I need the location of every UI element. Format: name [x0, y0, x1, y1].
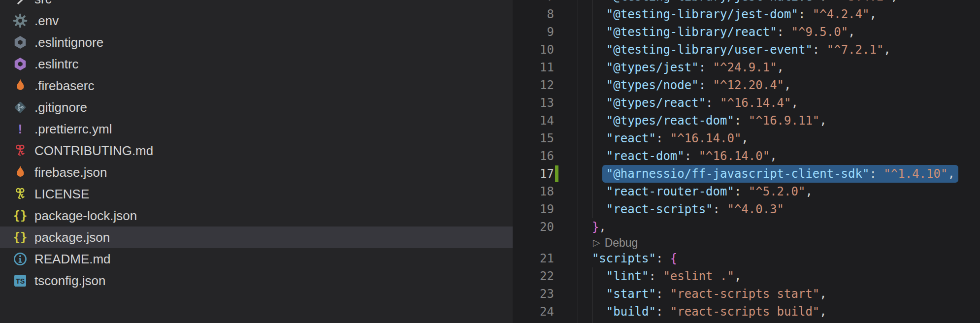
code-line-17[interactable]: 17 "@harnessio/ff-javascript-client-sdk"…: [513, 165, 980, 183]
play-icon: ▷: [593, 236, 600, 250]
sidebar-item-readme-md[interactable]: README.md: [0, 248, 513, 270]
code-line-13[interactable]: 13 "@types/react": "^16.14.4",: [513, 94, 980, 112]
explorer-sidebar: src.env.eslintignore.eslintrc.firebaserc…: [0, 0, 513, 323]
code-text: "scripts": {: [578, 250, 677, 267]
eslint-icon: [13, 57, 28, 71]
git-icon: [13, 100, 28, 115]
file-name: .gitignore: [34, 100, 87, 115]
line-number[interactable]: 11: [513, 59, 554, 76]
codelens-debug[interactable]: ▷ Debug: [593, 236, 638, 250]
gear-icon: [13, 13, 28, 28]
code-text: },: [578, 218, 606, 236]
sidebar-item-eslintignore[interactable]: .eslintignore: [0, 32, 513, 53]
sidebar-item-firebaserc[interactable]: .firebaserc: [0, 75, 513, 97]
code-text: "react-scripts": "^4.0.3": [578, 200, 784, 218]
code-text: "@testing-library/jest-native": "^3.4.2"…: [578, 0, 898, 5]
code-text: "@types/jest": "^24.9.1",: [578, 59, 784, 76]
code-line-18[interactable]: 18 "react-router-dom": "^5.2.0",: [513, 183, 980, 200]
code-line-16[interactable]: 16 "react-dom": "^16.14.0",: [513, 147, 980, 165]
license-icon: [13, 187, 28, 201]
sidebar-item-prettierrc-yml[interactable]: !.prettierrc.yml: [0, 118, 513, 140]
file-name: .eslintignore: [34, 35, 103, 50]
line-number[interactable]: 18: [513, 183, 554, 200]
code-text: "build": "react-scripts build",: [578, 303, 827, 321]
line-number[interactable]: 24: [513, 303, 554, 321]
line-number[interactable]: 19: [513, 200, 554, 218]
codelens-label: Debug: [605, 236, 638, 250]
code-text: "@testing-library/react": "^9.5.0",: [578, 23, 855, 41]
license-icon: [13, 143, 28, 158]
svg-text:{}: {}: [13, 209, 28, 223]
code-text: "@harnessio/ff-javascript-client-sdk": "…: [578, 165, 955, 183]
info-icon: [13, 252, 28, 266]
code-line-15[interactable]: 15 "react": "^16.14.0",: [513, 129, 980, 147]
code-text: "@types/react": "^16.14.4",: [578, 94, 798, 112]
code-text: "@types/node": "^12.20.4",: [578, 76, 791, 94]
code-editor: ▷ Debug 7 "@testing-library/jest-native"…: [513, 0, 980, 323]
line-number[interactable]: 13: [513, 94, 554, 112]
code-line-8[interactable]: 8 "@testing-library/jest-dom": "^4.2.4",: [513, 5, 980, 23]
code-text: "@types/react-dom": "^16.9.11",: [578, 112, 827, 129]
code-text: "@testing-library/jest-dom": "^4.2.4",: [578, 5, 877, 23]
eslint-icon: [13, 35, 28, 50]
gutter-added-indicator: [555, 165, 558, 182]
sidebar-item-contributing-md[interactable]: CONTRIBUTING.md: [0, 140, 513, 162]
firebase-icon: [13, 78, 28, 93]
code-text: "react-router-dom": "^5.2.0",: [578, 183, 813, 200]
line-number[interactable]: 20: [513, 218, 554, 236]
sidebar-item-firebase-json[interactable]: firebase.json: [0, 162, 513, 183]
line-number[interactable]: 14: [513, 112, 554, 129]
code-line-22[interactable]: 22 "lint": "eslint .",: [513, 267, 980, 285]
line-number[interactable]: 9: [513, 23, 554, 41]
file-name: README.md: [34, 252, 111, 267]
sidebar-item-src[interactable]: src: [0, 0, 513, 10]
code-line-10[interactable]: 10 "@testing-library/user-event": "^7.2.…: [513, 41, 980, 59]
line-number[interactable]: 22: [513, 267, 554, 285]
file-name: src: [34, 0, 52, 7]
chevron-right-icon: [13, 0, 28, 6]
code-line-14[interactable]: 14 "@types/react-dom": "^16.9.11",: [513, 112, 980, 129]
file-name: package-lock.json: [34, 208, 137, 224]
file-name: .eslintrc: [34, 57, 79, 72]
line-number[interactable]: 23: [513, 285, 554, 303]
file-name: package.json: [34, 230, 110, 245]
code-line-20[interactable]: 20 },: [513, 218, 980, 236]
svg-text:{}: {}: [13, 230, 28, 244]
code-line-21[interactable]: 21 "scripts": {: [513, 250, 980, 267]
sidebar-item-license[interactable]: LICENSE: [0, 183, 513, 205]
sidebar-item-env[interactable]: .env: [0, 10, 513, 32]
code-text: "lint": "eslint .",: [578, 267, 741, 285]
yaml-icon: !: [13, 122, 28, 136]
line-number[interactable]: 16: [513, 147, 554, 165]
sidebar-item-gitignore[interactable]: .gitignore: [0, 97, 513, 118]
code-line-24[interactable]: 24 "build": "react-scripts build",: [513, 303, 980, 321]
file-name: .prettierrc.yml: [34, 122, 112, 137]
line-number[interactable]: 12: [513, 76, 554, 94]
sidebar-item-package-json[interactable]: {}package.json: [0, 226, 513, 248]
svg-text:TS: TS: [16, 277, 25, 285]
code-line-19[interactable]: 19 "react-scripts": "^4.0.3": [513, 200, 980, 218]
code-text: "react-dom": "^16.14.0",: [578, 147, 777, 165]
code-line-7[interactable]: 7 "@testing-library/jest-native": "^3.4.…: [513, 0, 980, 5]
code-line-12[interactable]: 12 "@types/node": "^12.20.4",: [513, 76, 980, 94]
line-number[interactable]: 10: [513, 41, 554, 59]
code-line-9[interactable]: 9 "@testing-library/react": "^9.5.0",: [513, 23, 980, 41]
sidebar-item-tsconfig-json[interactable]: TStsconfig.json: [0, 270, 513, 291]
code-line-11[interactable]: 11 "@types/jest": "^24.9.1",: [513, 59, 980, 76]
line-number[interactable]: 8: [513, 5, 554, 23]
line-number[interactable]: 17: [513, 165, 554, 183]
code-line-23[interactable]: 23 "start": "react-scripts start",: [513, 285, 980, 303]
line-number[interactable]: 21: [513, 250, 554, 267]
sidebar-item-package-lock-json[interactable]: {}package-lock.json: [0, 205, 513, 226]
file-name: firebase.json: [34, 165, 107, 180]
code-text: "@testing-library/user-event": "^7.2.1",: [578, 41, 891, 59]
svg-text:!: !: [18, 122, 22, 136]
json-icon: {}: [13, 208, 28, 223]
file-name: LICENSE: [34, 187, 89, 202]
line-number[interactable]: 15: [513, 129, 554, 147]
sidebar-item-eslintrc[interactable]: .eslintrc: [0, 53, 513, 75]
file-name: .firebaserc: [34, 78, 94, 94]
file-name: CONTRIBUTING.md: [34, 143, 153, 159]
line-number[interactable]: 7: [513, 0, 554, 5]
file-name: tsconfig.json: [34, 273, 106, 289]
